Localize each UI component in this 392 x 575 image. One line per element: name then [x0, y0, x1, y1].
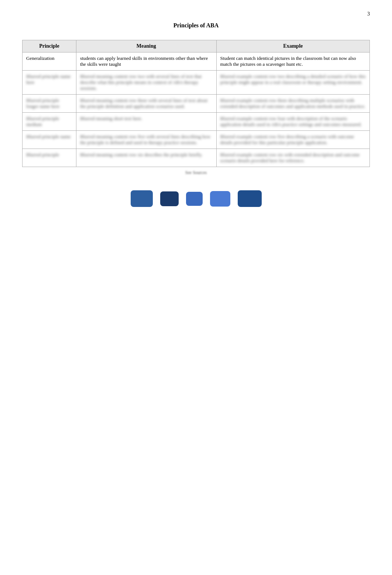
col-header-meaning: Meaning — [76, 40, 216, 52]
nav-next-last-button[interactable] — [238, 190, 262, 207]
page-title: Principles of ABA — [22, 22, 370, 29]
page-number: 3 — [367, 11, 370, 17]
table-row: Blurred principle name Blurred meaning c… — [23, 131, 370, 149]
cell-example: Blurred example content row five describ… — [216, 131, 369, 149]
nav-home-button[interactable] — [186, 192, 203, 206]
navigation-buttons — [22, 190, 370, 222]
cell-principle: Generalization — [23, 52, 76, 71]
cell-meaning: Blurred meaning content row three with s… — [76, 95, 216, 113]
cell-meaning: Blurred meaning content row two with sev… — [76, 71, 216, 95]
nav-prev-first-button[interactable] — [131, 190, 153, 207]
cell-principle: Blurred principle medium — [23, 113, 76, 131]
col-header-example: Example — [216, 40, 369, 52]
cell-example: Blurred example content row six with ext… — [216, 149, 369, 167]
cell-principle: Blurred principle name here — [23, 71, 76, 95]
principles-table: Principle Meaning Example Generalization… — [22, 40, 370, 167]
cell-meaning: Blurred meaning short text here. — [76, 113, 216, 131]
nav-prev-button[interactable] — [160, 191, 179, 206]
cell-example: Blurred example content row two describi… — [216, 71, 369, 95]
table-row: Blurred principle name here Blurred mean… — [23, 71, 370, 95]
nav-next-button[interactable] — [210, 191, 230, 207]
cell-meaning: students can apply learned skills in env… — [76, 52, 216, 71]
cell-meaning: Blurred meaning content row six describe… — [76, 149, 216, 167]
cell-principle: Blurred principle — [23, 149, 76, 167]
table-row: Blurred principle Blurred meaning conten… — [23, 149, 370, 167]
col-header-principle: Principle — [23, 40, 76, 52]
footer-text: See Sources — [22, 170, 370, 176]
table-row: Blurred principle longer name here Blurr… — [23, 95, 370, 113]
cell-example: Student can match identical pictures in … — [216, 52, 369, 71]
cell-example: Blurred example content row three descri… — [216, 95, 369, 113]
cell-principle: Blurred principle name — [23, 131, 76, 149]
table-row: Generalization students can apply learne… — [23, 52, 370, 71]
cell-example: Blurred example content row four with de… — [216, 113, 369, 131]
table-row: Blurred principle medium Blurred meaning… — [23, 113, 370, 131]
cell-meaning: Blurred meaning content row five with se… — [76, 131, 216, 149]
cell-principle: Blurred principle longer name here — [23, 95, 76, 113]
